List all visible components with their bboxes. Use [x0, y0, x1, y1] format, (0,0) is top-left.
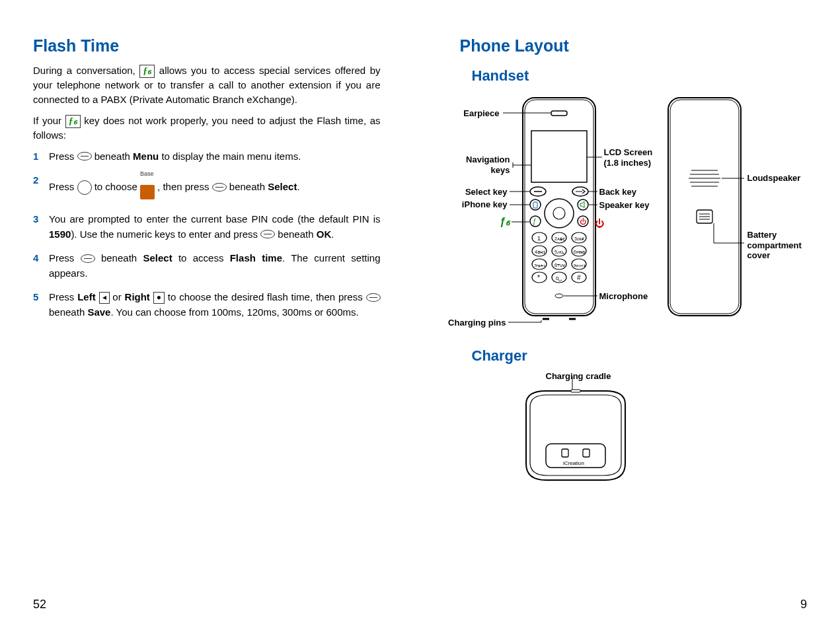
right-arrow-icon: ●	[153, 292, 165, 304]
label-iphone-key: iPhone key	[453, 199, 508, 210]
right-bold: Right	[125, 291, 150, 302]
svg-text:6ᴍɴᴏ: 6ᴍɴᴏ	[574, 250, 585, 254]
text: key does not work properly, you need to …	[33, 115, 381, 141]
soft-key-icon	[212, 183, 227, 192]
text: .	[331, 228, 334, 240]
text: to choose the desired flash time, then p…	[165, 291, 366, 302]
label-charging-cradle: Charging cradle	[546, 371, 611, 382]
text: beneath	[227, 181, 268, 192]
charger-svg: iCreation	[500, 371, 698, 503]
label-select-key: Select key	[453, 187, 508, 197]
svg-text:7ᴘǫʀs: 7ᴘǫʀs	[534, 263, 545, 267]
soft-key-icon	[81, 254, 95, 263]
select-bold: Select	[143, 252, 172, 263]
text: During a conversation,	[33, 65, 139, 76]
flash-time-intro-2: If your ƒ₆ key does not work properly, y…	[33, 114, 381, 143]
svg-text:ƒ: ƒ	[533, 218, 537, 225]
text: Press	[49, 151, 77, 162]
flash-key-icon: ƒ₆	[65, 115, 81, 128]
left-arrow-icon: ◂	[99, 292, 110, 304]
subtitle-handset: Handset	[472, 67, 808, 85]
svg-text:3ᴅᴇғ: 3ᴅᴇғ	[574, 236, 584, 241]
svg-text:#: #	[577, 274, 581, 281]
save-bold: Save	[87, 306, 110, 318]
pin-bold: 1590	[49, 228, 71, 240]
flash-time-bold: Flash time	[230, 252, 282, 263]
handset-diagram: ƒ ⏻ ƒ₆ ⏻ 1 2ᴀʙᴄ 3ᴅᴇғ 4ɢʜɪ 5ᴊᴋʟ 6ᴍɴᴏ 7ᴘǫʀ…	[453, 91, 808, 335]
text: . You can choose from 100ms, 120ms, 300m…	[110, 306, 358, 318]
label-loudspeaker: Loudspeaker	[747, 173, 801, 184]
soft-key-icon	[260, 230, 275, 238]
svg-text:ƒ₆: ƒ₆	[500, 216, 511, 227]
label-back-key: Back key	[599, 187, 636, 197]
svg-text:*: *	[537, 274, 540, 281]
text: beneath	[95, 252, 143, 263]
text: , then press	[155, 181, 212, 192]
text: to choose	[92, 181, 140, 192]
text: ). Use the numeric keys to enter and pre…	[71, 228, 260, 240]
page-number-right: 9	[800, 598, 807, 612]
svg-rect-47	[670, 100, 739, 314]
svg-rect-75	[571, 390, 580, 392]
menu-bold: Menu	[133, 151, 159, 162]
step-4: 4 Press beneath Select to access Flash t…	[33, 251, 381, 281]
text: beneath	[92, 151, 134, 162]
text: beneath	[49, 306, 87, 318]
text: or	[110, 291, 125, 302]
select-bold: Select	[268, 181, 297, 192]
label-speaker-key: Speaker key	[599, 200, 650, 211]
base-icon	[140, 185, 155, 199]
label-nav-keys: Navigation keys	[453, 155, 510, 175]
text: to access	[172, 252, 230, 263]
step-1: 1 Press beneath Menu to display the main…	[33, 149, 381, 164]
text: to display the main menu items.	[159, 151, 301, 162]
label-battery-cover: Battery compartment cover	[747, 230, 802, 261]
ok-bold: OK	[317, 228, 332, 240]
svg-text:4ɢʜɪ: 4ɢʜɪ	[535, 250, 545, 254]
text: Press	[49, 291, 77, 302]
soft-key-icon	[77, 152, 92, 160]
svg-text:8ᴛᴜᴠ: 8ᴛᴜᴠ	[554, 263, 565, 267]
text: Press	[49, 252, 81, 263]
charger-diagram: Charging cradle iCreation	[460, 371, 808, 516]
svg-text:1: 1	[537, 235, 541, 242]
step-2: 2 Press to choose Base , then press bene…	[33, 173, 381, 203]
text: You are prompted to enter the current ba…	[49, 213, 381, 225]
label-charging-pins: Charging pins	[444, 318, 506, 328]
svg-text:2ᴀʙᴄ: 2ᴀʙᴄ	[554, 236, 565, 241]
svg-text:⏻: ⏻	[595, 218, 604, 228]
page-number-left: 52	[33, 598, 46, 612]
svg-text:0␣: 0␣	[556, 275, 562, 281]
subtitle-charger: Charger	[472, 347, 808, 365]
flash-key-icon: ƒ₆	[139, 65, 155, 78]
label-lcd: LCD Screen (1.8 inches)	[604, 147, 653, 168]
section-title-phone-layout: Phone Layout	[460, 36, 808, 55]
svg-text:9ᴡxʏᴢ: 9ᴡxʏᴢ	[574, 263, 586, 267]
text: If your	[33, 115, 65, 126]
text: .	[297, 181, 299, 192]
svg-text:5ᴊᴋʟ: 5ᴊᴋʟ	[554, 250, 564, 254]
section-title-flash-time: Flash Time	[33, 36, 381, 55]
text: beneath	[275, 228, 317, 240]
text: Press	[49, 181, 77, 192]
label-microphone: Microphone	[599, 291, 648, 302]
flash-time-intro-1: During a conversation, ƒ₆ allows you to …	[33, 63, 381, 107]
nav-key-icon	[77, 180, 92, 195]
step-3: 3 You are prompted to enter the current …	[33, 212, 381, 242]
steps-list: 1 Press beneath Menu to display the main…	[33, 149, 381, 320]
svg-text:⏻: ⏻	[580, 218, 586, 225]
base-label: Base	[140, 170, 154, 177]
left-bold: Left	[77, 291, 96, 302]
soft-key-icon	[366, 293, 381, 302]
label-earpiece: Earpiece	[459, 108, 500, 119]
step-5: 5 Press Left ◂ or Right ● to choose the …	[33, 290, 381, 320]
brand-text: iCreation	[563, 460, 584, 466]
